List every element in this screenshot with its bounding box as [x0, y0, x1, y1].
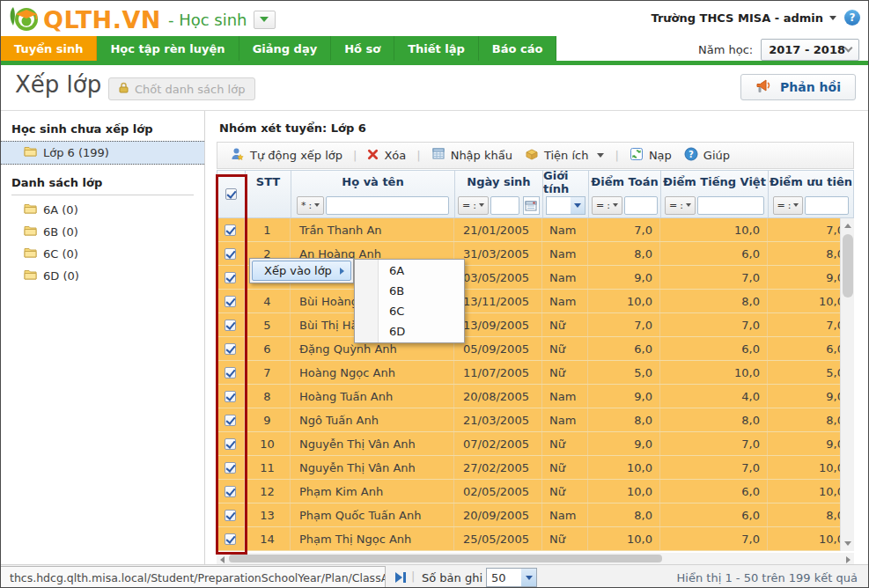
table-row[interactable]: 5Bùi Thị Hà Anh13/09/2005Nữ7,07,07,0 [217, 313, 854, 337]
priority-filter-operator[interactable]: = : [773, 196, 804, 215]
horizontal-scrollbar[interactable] [217, 553, 854, 564]
sidebar-class-6d[interactable]: 6D (0) [1, 265, 204, 287]
divider: | [416, 149, 420, 162]
module-dropdown-button[interactable] [254, 11, 276, 29]
submenu-class-6c[interactable]: 6C [355, 301, 464, 321]
gender-filter-select[interactable] [546, 196, 585, 215]
column-title-viet[interactable]: Điểm Tiếng Việt [661, 171, 768, 193]
row-checkbox[interactable] [225, 438, 236, 450]
table-row[interactable]: 6Đặng Quỳnh Anh05/09/2005Nữ6,06,06,0 [217, 337, 854, 361]
cell-dob: 11/07/2005 [454, 361, 542, 384]
viet-filter-operator[interactable]: = : [665, 196, 696, 215]
help-button[interactable]: ?Giúp [678, 144, 736, 166]
account-label: Trường THCS MISA - admin [651, 11, 823, 25]
vertical-scrollbar-thumb[interactable] [843, 234, 853, 298]
row-checkbox[interactable] [225, 296, 236, 307]
column-title-name[interactable]: Họ và tên [291, 171, 454, 193]
table-row[interactable]: 4Bùi Hoàng Anh13/11/2005Nam10,08,010,0 [217, 290, 854, 313]
account-menu[interactable]: Trường THCS MISA - admin [651, 11, 836, 25]
math-filter-input[interactable] [624, 196, 658, 215]
dob-filter-input[interactable] [490, 196, 519, 215]
row-checkbox[interactable] [225, 533, 236, 545]
cell-stt: 12 [245, 480, 291, 503]
reload-button[interactable]: Nạp [623, 144, 678, 166]
table-row[interactable]: 7Hoàng Ngọc Anh11/07/2005Nữ5,010,05,0 [217, 361, 854, 385]
utilities-button[interactable]: Tiện ích [519, 144, 611, 166]
toolbar-button-label: Giúp [703, 149, 730, 162]
column-title-priority[interactable]: Điểm ưu tiên [769, 171, 853, 193]
import-button[interactable]: Nhập khẩu [425, 144, 519, 166]
chevron-down-icon [260, 17, 269, 22]
row-checkbox[interactable] [225, 224, 236, 236]
row-checkbox[interactable] [225, 462, 236, 474]
table-row[interactable]: 11Nguyễn Thị Vân Anh27/02/2005Nữ10,07,01… [217, 456, 854, 480]
submenu-class-6d[interactable]: 6D [355, 321, 464, 342]
tab-tuyen-sinh[interactable]: Tuyển sinh [1, 36, 97, 61]
context-menu-item-assign-to-class[interactable]: Xếp vào lớp [252, 261, 351, 281]
cell-name: Nguyễn Thị Vân Anh [291, 432, 454, 455]
sidebar-class-6c[interactable]: 6C (0) [1, 243, 204, 265]
finalize-class-list-button[interactable]: Chốt danh sách lớp [108, 77, 255, 100]
scroll-down-icon[interactable] [844, 541, 851, 546]
help-icon: ? [684, 147, 698, 164]
row-checkbox[interactable] [225, 415, 236, 426]
scroll-right-icon[interactable] [846, 556, 851, 563]
row-checkbox[interactable] [225, 320, 236, 331]
auto-assign-button[interactable]: Tự động xếp lớp [225, 144, 349, 166]
calendar-icon[interactable] [523, 196, 540, 215]
select-all-checkbox[interactable] [225, 188, 237, 200]
sidebar-item-label: 6C (0) [43, 247, 78, 261]
row-checkbox[interactable] [225, 391, 236, 402]
last-page-button[interactable] [395, 572, 406, 583]
row-checkbox[interactable] [225, 343, 236, 355]
name-filter-input[interactable] [326, 196, 449, 215]
submenu-class-6b[interactable]: 6B [355, 281, 464, 301]
scroll-left-icon[interactable] [220, 556, 225, 563]
column-title-dob[interactable]: Ngày sinh [455, 171, 542, 193]
table-row[interactable]: 14Phạm Thị Ngọc Anh25/05/2005Nữ10,07,010… [217, 527, 854, 551]
viet-filter-input[interactable] [697, 196, 764, 215]
help-icon[interactable]: ? [844, 10, 860, 26]
dob-filter-operator[interactable]: = : [458, 196, 489, 215]
table-row[interactable]: 8Hoàng Tuấn Anh20/08/2005Nam9,04,09,0 [217, 385, 854, 408]
submenu-class-6a[interactable]: 6A [355, 261, 464, 281]
cell-name: Phạm Thị Ngọc Anh [291, 527, 454, 550]
row-checkbox[interactable] [225, 367, 236, 379]
scroll-up-icon[interactable] [844, 224, 851, 228]
vertical-scrollbar[interactable] [840, 218, 854, 551]
name-filter-operator[interactable]: * : [297, 196, 324, 215]
sidebar-item-lop-6[interactable]: Lớp 6 (199) [1, 141, 204, 165]
row-checkbox[interactable] [225, 510, 236, 521]
table-row[interactable]: 1Trần Thanh An21/01/2005Nam7,010,07,0 [217, 218, 854, 242]
page-size-select[interactable]: 50 [486, 568, 537, 587]
column-stt: STT [246, 171, 291, 217]
tab-ho-so[interactable]: Hồ sơ [331, 36, 394, 61]
column-title-stt[interactable]: STT [246, 171, 291, 193]
table-row[interactable]: 13Phạm Quốc Tuấn Anh20/09/2005Nam8,06,08… [217, 503, 854, 527]
tab-giang-day[interactable]: Giảng dạy [239, 36, 332, 61]
row-checkbox[interactable] [225, 486, 236, 497]
sidebar-class-6a[interactable]: 6A (0) [1, 199, 204, 221]
table-row[interactable]: 9Ngô Tuấn Anh21/03/2005Nam8,08,08,0 [217, 408, 854, 432]
column-title-gender[interactable]: Giới tính [543, 171, 588, 193]
horizontal-scrollbar-thumb[interactable] [229, 555, 662, 562]
chevron-down-icon [844, 44, 853, 53]
cell-viet: 6,0 [660, 242, 768, 265]
sidebar-class-6b[interactable]: 6B (0) [1, 221, 204, 243]
row-checkbox[interactable] [225, 248, 236, 260]
toolbar-button-label: Tự động xếp lớp [250, 149, 342, 162]
feedback-button[interactable]: Phản hồi [740, 74, 856, 100]
tab-thiet-lap[interactable]: Thiết lập [394, 36, 479, 61]
table-row[interactable]: 10Nguyễn Thị Vân Anh07/02/2005Nữ9,07,09,… [217, 432, 854, 456]
tab-hoc-tap-ren-luyen[interactable]: Học tập rèn luyện [97, 36, 239, 61]
group-title: Nhóm xét tuyển: Lớp 6 [219, 121, 366, 135]
priority-filter-input[interactable] [805, 196, 849, 215]
dropdown-button[interactable] [521, 569, 536, 586]
table-row[interactable]: 12Phạm Kim Anh02/05/2005Nữ10,06,010,0 [217, 480, 854, 503]
delete-button[interactable]: Xóa [361, 146, 412, 165]
row-checkbox[interactable] [225, 272, 236, 283]
column-title-math[interactable]: Điểm Toán [589, 171, 660, 193]
math-filter-operator[interactable]: = : [592, 196, 622, 215]
school-year-select[interactable]: 2017 - 2018 [761, 39, 859, 61]
tab-bao-cao[interactable]: Báo cáo [479, 36, 557, 61]
